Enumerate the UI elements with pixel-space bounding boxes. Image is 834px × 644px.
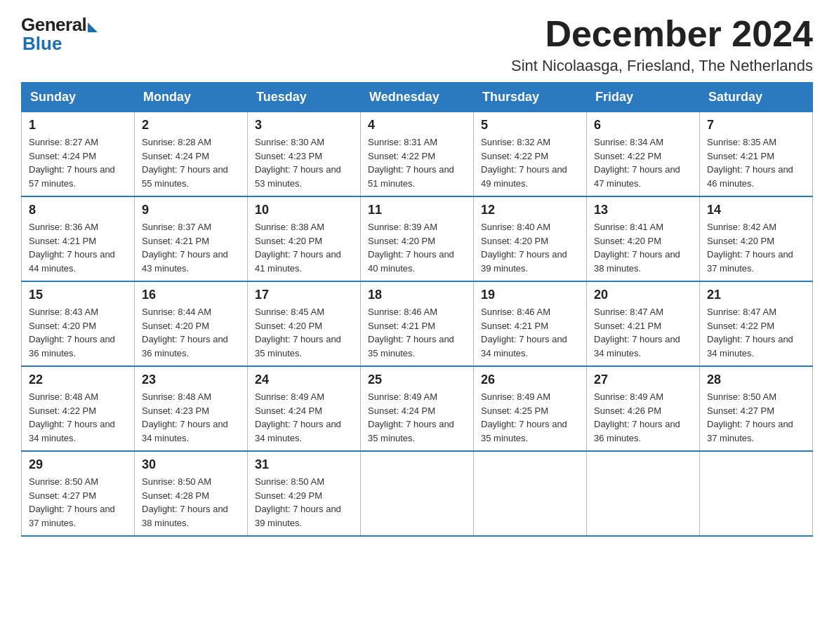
calendar-day-cell: 14 Sunrise: 8:42 AMSunset: 4:20 PMDaylig… xyxy=(700,196,813,281)
location-subtitle: Sint Nicolaasga, Friesland, The Netherla… xyxy=(511,57,813,75)
day-of-week-header: Saturday xyxy=(700,83,813,112)
day-info: Sunrise: 8:44 AMSunset: 4:20 PMDaylight:… xyxy=(142,305,240,360)
day-info: Sunrise: 8:32 AMSunset: 4:22 PMDaylight:… xyxy=(481,135,579,190)
day-info: Sunrise: 8:39 AMSunset: 4:20 PMDaylight:… xyxy=(368,220,466,275)
calendar-day-cell: 8 Sunrise: 8:36 AMSunset: 4:21 PMDayligh… xyxy=(22,196,135,281)
day-info: Sunrise: 8:43 AMSunset: 4:20 PMDaylight:… xyxy=(29,305,127,360)
day-number: 9 xyxy=(142,203,240,217)
day-info: Sunrise: 8:30 AMSunset: 4:23 PMDaylight:… xyxy=(255,135,353,190)
calendar-day-cell xyxy=(361,451,474,536)
day-number: 17 xyxy=(255,288,353,302)
day-number: 24 xyxy=(255,373,353,387)
day-info: Sunrise: 8:27 AMSunset: 4:24 PMDaylight:… xyxy=(29,135,127,190)
day-number: 10 xyxy=(255,203,353,217)
day-info: Sunrise: 8:50 AMSunset: 4:27 PMDaylight:… xyxy=(29,475,127,530)
day-number: 29 xyxy=(29,457,127,472)
calendar-day-cell xyxy=(474,451,587,536)
day-info: Sunrise: 8:36 AMSunset: 4:21 PMDaylight:… xyxy=(29,220,127,275)
day-info: Sunrise: 8:38 AMSunset: 4:20 PMDaylight:… xyxy=(255,220,353,275)
day-number: 14 xyxy=(707,203,805,217)
day-number: 8 xyxy=(29,203,127,217)
calendar-day-cell: 15 Sunrise: 8:43 AMSunset: 4:20 PMDaylig… xyxy=(22,281,135,366)
day-of-week-header: Monday xyxy=(135,83,248,112)
day-number: 12 xyxy=(481,203,579,217)
day-number: 21 xyxy=(707,288,805,302)
page-header: General Blue December 2024 Sint Nicolaas… xyxy=(21,14,813,75)
calendar-day-cell xyxy=(700,451,813,536)
calendar-day-cell: 9 Sunrise: 8:37 AMSunset: 4:21 PMDayligh… xyxy=(135,196,248,281)
day-number: 23 xyxy=(142,373,240,387)
day-number: 13 xyxy=(594,203,692,217)
day-of-week-header: Wednesday xyxy=(361,83,474,112)
day-info: Sunrise: 8:49 AMSunset: 4:24 PMDaylight:… xyxy=(255,390,353,445)
calendar-day-cell: 2 Sunrise: 8:28 AMSunset: 4:24 PMDayligh… xyxy=(135,112,248,197)
day-number: 2 xyxy=(142,118,240,133)
calendar-week-row: 1 Sunrise: 8:27 AMSunset: 4:24 PMDayligh… xyxy=(22,112,813,197)
calendar-day-cell: 21 Sunrise: 8:47 AMSunset: 4:22 PMDaylig… xyxy=(700,281,813,366)
calendar-day-cell: 18 Sunrise: 8:46 AMSunset: 4:21 PMDaylig… xyxy=(361,281,474,366)
day-info: Sunrise: 8:50 AMSunset: 4:28 PMDaylight:… xyxy=(142,475,240,530)
day-number: 26 xyxy=(481,373,579,387)
day-info: Sunrise: 8:35 AMSunset: 4:21 PMDaylight:… xyxy=(707,135,805,190)
calendar-day-cell: 5 Sunrise: 8:32 AMSunset: 4:22 PMDayligh… xyxy=(474,112,587,197)
day-info: Sunrise: 8:48 AMSunset: 4:22 PMDaylight:… xyxy=(29,390,127,445)
day-info: Sunrise: 8:47 AMSunset: 4:22 PMDaylight:… xyxy=(707,305,805,360)
calendar-day-cell: 22 Sunrise: 8:48 AMSunset: 4:22 PMDaylig… xyxy=(22,366,135,451)
calendar-day-cell: 23 Sunrise: 8:48 AMSunset: 4:23 PMDaylig… xyxy=(135,366,248,451)
day-info: Sunrise: 8:41 AMSunset: 4:20 PMDaylight:… xyxy=(594,220,692,275)
day-number: 15 xyxy=(29,288,127,302)
calendar-week-row: 29 Sunrise: 8:50 AMSunset: 4:27 PMDaylig… xyxy=(22,451,813,536)
calendar-day-cell: 3 Sunrise: 8:30 AMSunset: 4:23 PMDayligh… xyxy=(248,112,361,197)
day-number: 1 xyxy=(29,118,127,133)
day-of-week-header: Tuesday xyxy=(248,83,361,112)
day-info: Sunrise: 8:28 AMSunset: 4:24 PMDaylight:… xyxy=(142,135,240,190)
calendar-day-cell: 30 Sunrise: 8:50 AMSunset: 4:28 PMDaylig… xyxy=(135,451,248,536)
day-of-week-header: Thursday xyxy=(474,83,587,112)
day-number: 22 xyxy=(29,373,127,387)
day-info: Sunrise: 8:47 AMSunset: 4:21 PMDaylight:… xyxy=(594,305,692,360)
day-info: Sunrise: 8:34 AMSunset: 4:22 PMDaylight:… xyxy=(594,135,692,190)
title-block: December 2024 Sint Nicolaasga, Friesland… xyxy=(511,14,813,75)
day-of-week-header: Friday xyxy=(587,83,700,112)
calendar-day-cell: 16 Sunrise: 8:44 AMSunset: 4:20 PMDaylig… xyxy=(135,281,248,366)
day-info: Sunrise: 8:42 AMSunset: 4:20 PMDaylight:… xyxy=(707,220,805,275)
calendar-day-cell: 31 Sunrise: 8:50 AMSunset: 4:29 PMDaylig… xyxy=(248,451,361,536)
calendar-week-row: 15 Sunrise: 8:43 AMSunset: 4:20 PMDaylig… xyxy=(22,281,813,366)
calendar-day-cell: 25 Sunrise: 8:49 AMSunset: 4:24 PMDaylig… xyxy=(361,366,474,451)
month-title: December 2024 xyxy=(511,14,813,54)
calendar-day-cell: 24 Sunrise: 8:49 AMSunset: 4:24 PMDaylig… xyxy=(248,366,361,451)
calendar-day-cell: 12 Sunrise: 8:40 AMSunset: 4:20 PMDaylig… xyxy=(474,196,587,281)
calendar-day-cell: 20 Sunrise: 8:47 AMSunset: 4:21 PMDaylig… xyxy=(587,281,700,366)
day-info: Sunrise: 8:37 AMSunset: 4:21 PMDaylight:… xyxy=(142,220,240,275)
day-number: 11 xyxy=(368,203,466,217)
calendar-day-cell: 19 Sunrise: 8:46 AMSunset: 4:21 PMDaylig… xyxy=(474,281,587,366)
day-number: 31 xyxy=(255,457,353,472)
calendar-day-cell: 27 Sunrise: 8:49 AMSunset: 4:26 PMDaylig… xyxy=(587,366,700,451)
day-info: Sunrise: 8:31 AMSunset: 4:22 PMDaylight:… xyxy=(368,135,466,190)
day-number: 7 xyxy=(707,118,805,133)
day-info: Sunrise: 8:49 AMSunset: 4:25 PMDaylight:… xyxy=(481,390,579,445)
day-info: Sunrise: 8:48 AMSunset: 4:23 PMDaylight:… xyxy=(142,390,240,445)
day-info: Sunrise: 8:49 AMSunset: 4:26 PMDaylight:… xyxy=(594,390,692,445)
day-number: 25 xyxy=(368,373,466,387)
calendar-day-cell: 4 Sunrise: 8:31 AMSunset: 4:22 PMDayligh… xyxy=(361,112,474,197)
calendar-day-cell: 6 Sunrise: 8:34 AMSunset: 4:22 PMDayligh… xyxy=(587,112,700,197)
day-info: Sunrise: 8:46 AMSunset: 4:21 PMDaylight:… xyxy=(368,305,466,360)
day-info: Sunrise: 8:49 AMSunset: 4:24 PMDaylight:… xyxy=(368,390,466,445)
calendar-day-cell: 1 Sunrise: 8:27 AMSunset: 4:24 PMDayligh… xyxy=(22,112,135,197)
calendar-day-cell: 13 Sunrise: 8:41 AMSunset: 4:20 PMDaylig… xyxy=(587,196,700,281)
day-number: 18 xyxy=(368,288,466,302)
day-number: 4 xyxy=(368,118,466,133)
calendar-table: SundayMondayTuesdayWednesdayThursdayFrid… xyxy=(21,82,813,537)
calendar-day-cell: 28 Sunrise: 8:50 AMSunset: 4:27 PMDaylig… xyxy=(700,366,813,451)
calendar-day-cell: 7 Sunrise: 8:35 AMSunset: 4:21 PMDayligh… xyxy=(700,112,813,197)
day-number: 28 xyxy=(707,373,805,387)
calendar-header-row: SundayMondayTuesdayWednesdayThursdayFrid… xyxy=(22,83,813,112)
day-info: Sunrise: 8:45 AMSunset: 4:20 PMDaylight:… xyxy=(255,305,353,360)
day-number: 19 xyxy=(481,288,579,302)
calendar-day-cell: 26 Sunrise: 8:49 AMSunset: 4:25 PMDaylig… xyxy=(474,366,587,451)
calendar-day-cell: 29 Sunrise: 8:50 AMSunset: 4:27 PMDaylig… xyxy=(22,451,135,536)
day-number: 16 xyxy=(142,288,240,302)
day-number: 3 xyxy=(255,118,353,133)
day-number: 20 xyxy=(594,288,692,302)
